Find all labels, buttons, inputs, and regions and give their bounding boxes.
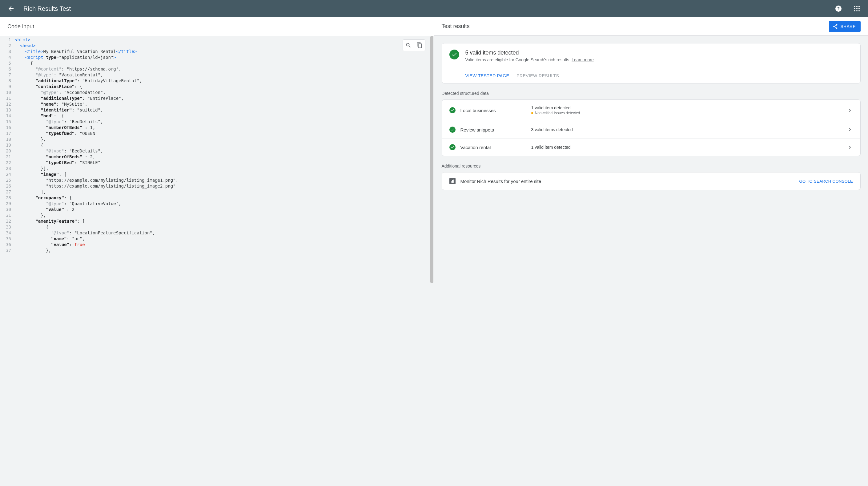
editor-toolbar <box>403 39 425 51</box>
detected-data-list: Local businesses1 valid item detectedNon… <box>442 99 861 156</box>
code-lines[interactable]: <html> <head> <title>My Beautiful Vacati… <box>13 37 434 254</box>
code-input-pane: Code input 12345678910111213141516171819… <box>0 17 434 486</box>
svg-point-9 <box>856 10 858 11</box>
help-button[interactable]: ? <box>832 2 845 15</box>
detected-item-row[interactable]: Review snippets3 valid items detected <box>442 121 861 138</box>
apps-grid-icon <box>854 5 860 12</box>
results-title: Test results <box>442 23 470 30</box>
svg-point-8 <box>854 10 856 11</box>
search-code-button[interactable] <box>403 40 414 51</box>
detected-item-status: 1 valid item detected <box>531 145 847 150</box>
copy-code-button[interactable] <box>414 40 425 51</box>
svg-point-4 <box>859 6 860 7</box>
help-icon: ? <box>835 5 842 12</box>
svg-point-7 <box>859 8 860 9</box>
status-card: 5 valid items detected Valid items are e… <box>442 43 861 83</box>
svg-rect-12 <box>452 180 453 183</box>
detected-item-row[interactable]: Vacation rental1 valid item detected <box>442 138 861 156</box>
svg-rect-13 <box>454 179 454 183</box>
search-icon <box>405 42 411 48</box>
additional-resources-label: Additional resources <box>442 164 861 169</box>
check-circle-icon <box>450 126 456 133</box>
svg-point-10 <box>859 10 860 11</box>
svg-point-2 <box>854 6 856 7</box>
learn-more-link[interactable]: Learn more <box>571 57 594 62</box>
code-editor[interactable]: 1234567891011121314151617181920212223242… <box>0 36 434 486</box>
resource-card: Monitor Rich Results for your entire sit… <box>442 172 861 190</box>
detected-data-section-label: Detected structured data <box>442 91 861 96</box>
results-pane: Test results SHARE 5 valid items detecte… <box>434 17 868 486</box>
svg-point-5 <box>854 8 856 9</box>
detected-item-label: Local businesses <box>461 108 531 113</box>
apps-button[interactable] <box>851 2 863 15</box>
app-header: Rich Results Test ? <box>0 0 868 17</box>
svg-point-6 <box>856 8 858 9</box>
analytics-icon <box>450 178 456 184</box>
line-number-gutter: 1234567891011121314151617181920212223242… <box>0 37 13 254</box>
go-to-search-console-button[interactable]: GO TO SEARCH CONSOLE <box>799 179 853 183</box>
share-label: SHARE <box>841 24 856 29</box>
arrow-left-icon <box>7 5 15 12</box>
share-button[interactable]: SHARE <box>829 21 861 32</box>
warning-dot-icon <box>531 112 533 114</box>
svg-point-3 <box>856 6 858 7</box>
status-title: 5 valid items detected <box>465 50 594 56</box>
check-icon <box>451 52 457 58</box>
share-icon <box>833 24 838 29</box>
svg-rect-11 <box>451 181 452 183</box>
code-input-title: Code input <box>7 23 34 30</box>
chevron-right-icon <box>847 107 853 113</box>
status-subtitle: Valid items are eligible for Google Sear… <box>465 57 594 62</box>
view-tested-page-button[interactable]: VIEW TESTED PAGE <box>465 73 509 78</box>
detected-item-status: 1 valid item detectedNon-critical issues… <box>531 105 847 115</box>
success-badge <box>450 50 459 59</box>
chevron-right-icon <box>847 144 853 150</box>
detected-item-row[interactable]: Local businesses1 valid item detectedNon… <box>442 100 861 121</box>
copy-icon <box>416 42 423 48</box>
check-circle-icon <box>450 144 456 150</box>
detected-item-status: 3 valid items detected <box>531 127 847 132</box>
check-circle-icon <box>450 107 456 113</box>
svg-text:?: ? <box>837 6 840 11</box>
back-button[interactable] <box>5 2 17 15</box>
preview-results-button: PREVIEW RESULTS <box>517 73 559 78</box>
chevron-right-icon <box>847 126 853 133</box>
editor-scrollbar-thumb[interactable] <box>430 36 433 283</box>
detected-item-label: Review snippets <box>461 127 531 133</box>
resource-label: Monitor Rich Results for your entire sit… <box>461 179 799 184</box>
app-title: Rich Results Test <box>23 5 71 12</box>
detected-item-label: Vacation rental <box>461 145 531 150</box>
editor-scrollbar[interactable] <box>430 36 434 486</box>
